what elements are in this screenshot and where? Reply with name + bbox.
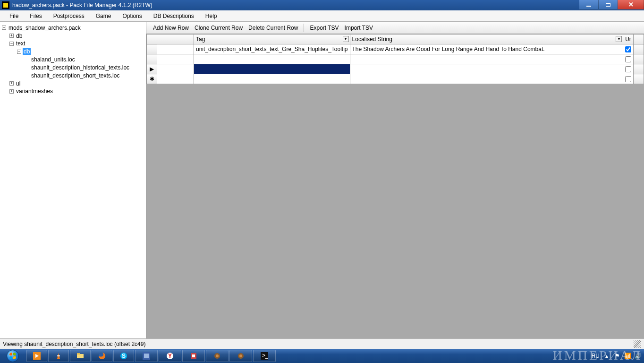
cell-loc[interactable] bbox=[350, 74, 623, 84]
cell-tag[interactable]: unit_description_short_texts_text_Gre_Sh… bbox=[194, 44, 350, 54]
menu-postprocess[interactable]: Postprocess bbox=[48, 11, 90, 21]
grid-corner[interactable] bbox=[147, 35, 157, 44]
file-tree[interactable]: −mods_shadow_archers.pack +db −text −db … bbox=[0, 22, 146, 338]
tree-toggle-icon[interactable]: + bbox=[9, 89, 14, 94]
start-button[interactable] bbox=[0, 349, 25, 363]
header-label: Localised String bbox=[352, 36, 392, 43]
tree-node-variantmeshes[interactable]: variantmeshes bbox=[15, 88, 54, 95]
menu-file[interactable]: File bbox=[4, 11, 24, 21]
taskbar-item-app1[interactable] bbox=[135, 350, 158, 362]
tray-sound-icon[interactable]: 🔊 bbox=[635, 353, 641, 359]
menu-help[interactable]: Help bbox=[200, 11, 223, 21]
row-header-new[interactable]: ✱ bbox=[147, 74, 157, 84]
cell-blank[interactable] bbox=[157, 74, 194, 84]
grid-header-localised[interactable]: Localised String▾ bbox=[350, 35, 623, 44]
table-row-new[interactable]: ✱ bbox=[147, 74, 644, 84]
grid-scroll-cell bbox=[634, 74, 644, 84]
export-tsv-button[interactable]: Export TSV bbox=[307, 24, 341, 32]
menu-db-descriptions[interactable]: DB Descriptions bbox=[148, 11, 200, 21]
tree-toggle-icon[interactable]: − bbox=[17, 50, 21, 54]
window-maximize-button[interactable] bbox=[598, 0, 618, 9]
table-row-selected[interactable]: ▶ bbox=[147, 64, 644, 74]
windows-orb-icon bbox=[7, 350, 19, 362]
window-close-button[interactable]: ✕ bbox=[618, 0, 644, 9]
grid-header-blank[interactable] bbox=[157, 35, 194, 44]
window-minimize-button[interactable] bbox=[579, 0, 599, 9]
clone-row-button[interactable]: Clone Current Row bbox=[192, 24, 246, 32]
cell-ur[interactable] bbox=[623, 64, 634, 74]
tree-file[interactable]: shaunit_description_historical_texts.loc bbox=[30, 64, 130, 71]
taskbar-item-cmd[interactable]: >_ bbox=[253, 350, 276, 362]
ur-checkbox[interactable] bbox=[625, 76, 631, 82]
svg-text:S: S bbox=[122, 353, 126, 359]
tree-root[interactable]: mods_shadow_archers.pack bbox=[8, 25, 82, 31]
grid-header-ur[interactable]: Ur bbox=[623, 35, 634, 44]
data-grid[interactable]: Tag▾ Localised String▾ Ur unit_descripti… bbox=[146, 34, 644, 338]
tree-node-text[interactable]: text bbox=[15, 40, 26, 47]
grid-header-tag[interactable]: Tag▾ bbox=[194, 35, 350, 44]
grid-scroll-cell bbox=[634, 44, 644, 54]
taskbar-item-explorer[interactable] bbox=[70, 350, 91, 362]
cell-tag[interactable] bbox=[194, 64, 350, 74]
cell-blank[interactable] bbox=[157, 54, 194, 64]
tray-network-icon[interactable]: 📶 bbox=[624, 353, 631, 359]
cell-loc[interactable]: The Shadow Archers Are Good For Long Ran… bbox=[350, 44, 623, 54]
svg-point-16 bbox=[216, 354, 219, 357]
system-tray[interactable]: RU ▴ ⚑ 📶 🔊 bbox=[589, 353, 644, 359]
cell-ur[interactable] bbox=[623, 74, 634, 84]
taskbar-item-app2[interactable] bbox=[182, 350, 205, 362]
row-header[interactable] bbox=[147, 54, 157, 64]
taskbar-item-firefox[interactable] bbox=[92, 350, 112, 362]
grid-scroll-header bbox=[634, 35, 644, 44]
tree-toggle-icon[interactable]: − bbox=[9, 42, 14, 46]
table-row[interactable] bbox=[147, 54, 644, 64]
menu-game[interactable]: Game bbox=[90, 11, 117, 21]
cell-blank[interactable] bbox=[157, 64, 194, 74]
windows-taskbar: S Y >_ RU ▴ ⚑ 📶 🔊 ИМПЕРИАЛ bbox=[0, 349, 644, 363]
cell-tag[interactable] bbox=[194, 74, 350, 84]
table-row[interactable]: unit_description_short_texts_text_Gre_Sh… bbox=[147, 44, 644, 54]
ur-checkbox[interactable] bbox=[625, 56, 631, 62]
taskbar-item-yandex[interactable]: Y bbox=[159, 350, 181, 362]
grid-scroll-cell bbox=[634, 64, 644, 74]
row-header-current[interactable]: ▶ bbox=[147, 64, 157, 74]
resize-grip-icon[interactable] bbox=[634, 340, 641, 348]
import-tsv-button[interactable]: Import TSV bbox=[342, 24, 376, 32]
tray-flag-icon[interactable]: ⚑ bbox=[614, 353, 620, 359]
ur-checkbox[interactable] bbox=[625, 46, 631, 52]
tree-file[interactable]: shaunit_description_short_texts.loc bbox=[30, 72, 120, 79]
taskbar-item-app4[interactable] bbox=[229, 350, 252, 362]
status-text: Viewing shaunit_description_short_texts.… bbox=[3, 341, 145, 347]
tree-node-text-db[interactable]: db bbox=[23, 48, 31, 55]
tree-toggle-icon[interactable]: + bbox=[9, 34, 14, 38]
taskbar-item-app3[interactable] bbox=[206, 350, 229, 362]
tree-toggle-icon[interactable]: + bbox=[9, 81, 14, 86]
filter-dropdown-icon[interactable]: ▾ bbox=[616, 36, 622, 42]
menu-files[interactable]: Files bbox=[24, 11, 47, 21]
cell-loc[interactable] bbox=[350, 64, 623, 74]
taskbar-item-skype[interactable]: S bbox=[113, 350, 134, 362]
tree-file[interactable]: shaland_units.loc bbox=[30, 56, 76, 63]
tray-up-icon[interactable]: ▴ bbox=[603, 353, 610, 359]
svg-rect-10 bbox=[144, 354, 149, 358]
cell-ur[interactable] bbox=[623, 54, 634, 64]
add-row-button[interactable]: Add New Row bbox=[150, 24, 192, 32]
header-label: Tag bbox=[196, 36, 205, 43]
svg-rect-14 bbox=[192, 354, 195, 357]
filter-dropdown-icon[interactable]: ▾ bbox=[343, 36, 349, 42]
cell-loc[interactable] bbox=[350, 54, 623, 64]
cell-ur[interactable] bbox=[623, 44, 634, 54]
cell-tag[interactable] bbox=[194, 54, 350, 64]
row-header[interactable] bbox=[147, 44, 157, 54]
tray-language[interactable]: RU bbox=[592, 353, 600, 359]
taskbar-item-vlc[interactable] bbox=[48, 350, 69, 362]
tree-toggle-icon[interactable]: − bbox=[2, 26, 6, 30]
delete-row-button[interactable]: Delete Current Row bbox=[246, 24, 301, 32]
menu-options[interactable]: Options bbox=[117, 11, 147, 21]
tree-node-db[interactable]: db bbox=[15, 33, 23, 39]
tree-node-ui[interactable]: ui bbox=[15, 80, 21, 87]
svg-point-18 bbox=[239, 354, 242, 357]
taskbar-item-media[interactable] bbox=[26, 350, 47, 362]
ur-checkbox[interactable] bbox=[625, 66, 631, 72]
cell-blank[interactable] bbox=[157, 44, 194, 54]
